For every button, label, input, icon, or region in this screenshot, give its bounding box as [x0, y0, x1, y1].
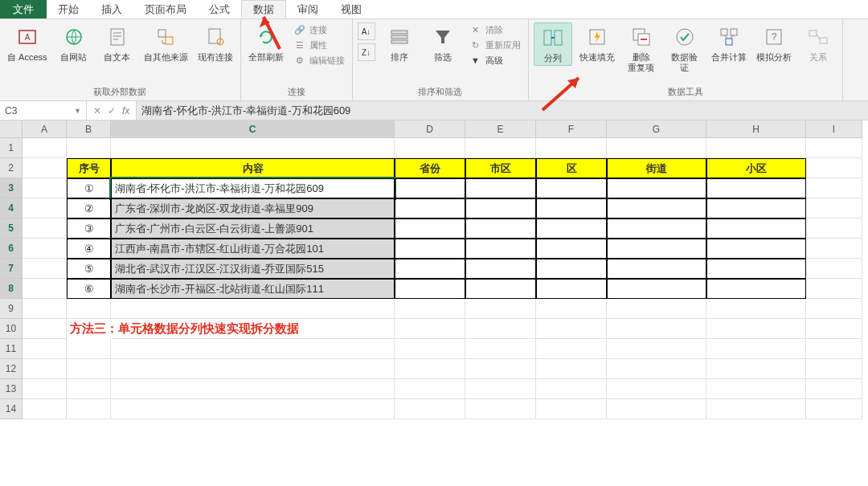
cell[interactable]: 序号 — [67, 158, 111, 178]
tab-formula[interactable]: 公式 — [198, 0, 241, 18]
cell[interactable] — [67, 399, 111, 419]
cell[interactable] — [23, 178, 67, 198]
cell[interactable]: 江西声-南昌市-市辖区-红山街道-万合花园101 — [111, 239, 395, 259]
col-header[interactable]: E — [465, 120, 536, 138]
cell[interactable] — [111, 138, 395, 158]
tab-view[interactable]: 视图 — [330, 0, 373, 18]
cell[interactable] — [536, 239, 607, 259]
cell[interactable] — [536, 198, 607, 218]
cell[interactable] — [465, 218, 536, 239]
cell[interactable]: 小区 — [706, 158, 806, 178]
cell[interactable] — [395, 339, 465, 359]
cell[interactable]: ④ — [67, 239, 111, 259]
cell[interactable] — [706, 178, 806, 198]
btn-consolidate[interactable]: 合并计算 — [709, 22, 749, 64]
cell[interactable] — [806, 198, 862, 218]
enter-icon[interactable]: ✓ — [108, 105, 116, 116]
cell[interactable] — [706, 359, 806, 379]
cell[interactable] — [111, 399, 395, 419]
cell[interactable] — [806, 319, 862, 339]
cell[interactable] — [706, 299, 806, 319]
cell[interactable] — [23, 279, 67, 299]
cell[interactable] — [111, 379, 395, 399]
cell[interactable] — [23, 239, 67, 259]
cell[interactable] — [607, 178, 706, 198]
cell[interactable] — [465, 279, 536, 299]
btn-relation[interactable]: 关系 — [799, 22, 837, 64]
cell[interactable] — [465, 138, 536, 158]
cell[interactable] — [465, 339, 536, 359]
fx-icon[interactable]: fx — [122, 105, 129, 116]
cell[interactable] — [395, 399, 465, 419]
cell[interactable] — [706, 279, 806, 299]
cell[interactable] — [536, 138, 607, 158]
cell[interactable] — [806, 239, 862, 259]
tab-insert[interactable]: 插入 — [90, 0, 133, 18]
cell[interactable] — [395, 239, 465, 259]
cell[interactable]: 广东省-深圳市-龙岗区-双龙街道-幸福里909 — [111, 198, 395, 218]
cell[interactable] — [706, 198, 806, 218]
row-header[interactable]: 8 — [0, 279, 23, 299]
cell[interactable] — [536, 359, 607, 379]
row-header[interactable]: 5 — [0, 218, 23, 239]
cell[interactable] — [806, 218, 862, 239]
cell[interactable] — [607, 239, 706, 259]
name-box[interactable]: C3▼ — [0, 101, 87, 120]
cell[interactable] — [607, 138, 706, 158]
cell[interactable] — [806, 138, 862, 158]
row-header[interactable]: 7 — [0, 259, 23, 279]
col-header[interactable]: G — [607, 120, 706, 138]
btn-flash-fill[interactable]: 快速填充 — [577, 22, 617, 64]
cell[interactable] — [111, 319, 395, 339]
cell[interactable]: 湖南省-怀化市-洪江市-幸福街道-万和花园609 — [111, 178, 395, 198]
cell[interactable] — [706, 319, 806, 339]
btn-whatif[interactable]: ? 模拟分析 — [754, 22, 794, 64]
col-header[interactable]: I — [806, 120, 862, 138]
cell[interactable] — [395, 299, 465, 319]
cell[interactable]: ① — [67, 178, 111, 198]
cell[interactable]: 广东省-广州市-白云区-白云街道-上善源901 — [111, 218, 395, 239]
cell[interactable] — [23, 299, 67, 319]
cell[interactable]: ⑥ — [67, 279, 111, 299]
btn-text-to-columns[interactable]: 分列 — [534, 22, 572, 66]
row-header[interactable]: 2 — [0, 158, 23, 178]
cell[interactable] — [67, 379, 111, 399]
cell[interactable] — [23, 319, 67, 339]
cell[interactable] — [806, 178, 862, 198]
sort-desc-icon[interactable]: Z↓ — [358, 43, 375, 61]
row-header[interactable]: 6 — [0, 239, 23, 259]
cell[interactable] — [607, 379, 706, 399]
tab-data[interactable]: 数据 — [241, 0, 286, 18]
row-header[interactable]: 13 — [0, 379, 23, 399]
col-header[interactable]: C — [111, 120, 395, 138]
cell[interactable] — [536, 259, 607, 279]
cell[interactable] — [536, 218, 607, 239]
cell[interactable] — [607, 299, 706, 319]
cell[interactable] — [706, 399, 806, 419]
cell[interactable] — [806, 259, 862, 279]
cell[interactable] — [395, 198, 465, 218]
cell[interactable] — [465, 359, 536, 379]
btn-from-other[interactable]: 自其他来源 — [141, 22, 190, 64]
cell[interactable] — [23, 259, 67, 279]
row-header[interactable]: 4 — [0, 198, 23, 218]
btn-remove-dup[interactable]: 删除 重复项 — [622, 22, 661, 75]
cell[interactable] — [806, 359, 862, 379]
cell[interactable] — [706, 259, 806, 279]
cell[interactable] — [607, 359, 706, 379]
cell[interactable] — [67, 339, 111, 359]
cell[interactable] — [111, 299, 395, 319]
cell[interactable] — [536, 339, 607, 359]
col-header[interactable]: A — [23, 120, 67, 138]
cell[interactable] — [395, 379, 465, 399]
cell[interactable] — [23, 158, 67, 178]
btn-clear[interactable]: ✕清除 — [467, 22, 523, 37]
btn-from-text[interactable]: 自文本 — [98, 22, 137, 64]
btn-from-web[interactable]: 自网站 — [55, 22, 93, 64]
formula-input[interactable]: 湖南省-怀化市-洪江市-幸福街道-万和花园609 — [137, 101, 868, 120]
cell[interactable] — [465, 319, 536, 339]
cell[interactable] — [806, 279, 862, 299]
cell[interactable]: 省份 — [395, 158, 465, 178]
cell[interactable] — [607, 339, 706, 359]
tab-file[interactable]: 文件 — [0, 0, 47, 18]
